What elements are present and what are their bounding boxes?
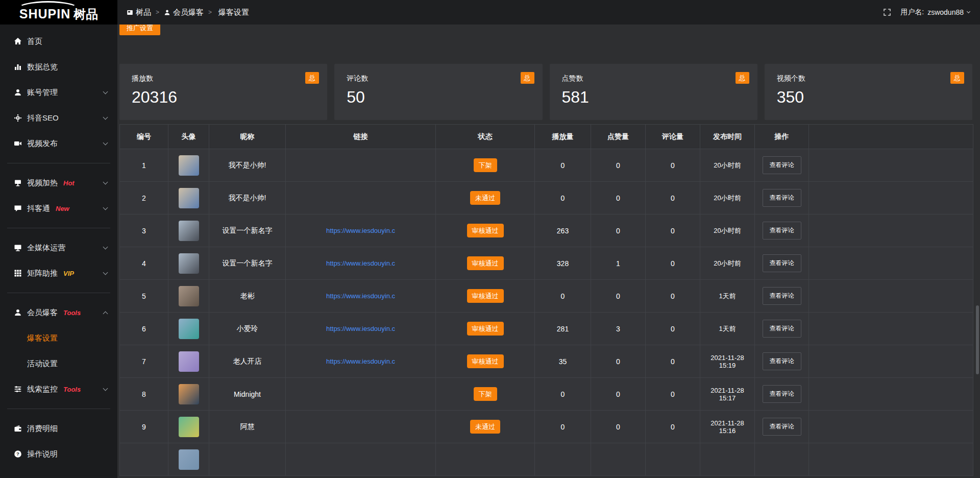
cell-action: 查看评论	[755, 345, 809, 378]
sidebar-item[interactable]: 会员爆客Tools	[0, 300, 117, 325]
sidebar-item[interactable]: 消费明细	[0, 416, 117, 441]
username-label: 用户名:	[900, 8, 924, 17]
view-comments-button[interactable]: 查看评论	[763, 287, 801, 305]
video-table: 编号头像昵称链接状态播放量点赞量评论量发布时间操作 1我不是小帅!下架00020…	[119, 124, 973, 476]
cell-number: 6	[120, 313, 168, 345]
sidebar-item[interactable]: 视频加热Hot	[0, 170, 117, 196]
user-menu[interactable]: 用户名: zswodun88	[900, 8, 970, 17]
cell-action: 查看评论	[755, 378, 809, 411]
stat-card-value: 581	[562, 88, 745, 107]
sidebar-item[interactable]: 账号管理	[0, 80, 117, 105]
video-link[interactable]: https://www.iesdouyin.c	[288, 227, 433, 234]
cell-likes: 0	[591, 378, 646, 411]
breadcrumb-item-home[interactable]: 树品	[127, 8, 151, 17]
cell-status	[436, 443, 535, 476]
cell-filler	[809, 411, 973, 443]
cell-comments: 0	[646, 411, 700, 443]
view-comments-button[interactable]: 查看评论	[763, 352, 801, 370]
sidebar-item[interactable]: 线索监控Tools	[0, 376, 117, 402]
breadcrumb-item-section[interactable]: 会员爆客	[164, 8, 204, 17]
sidebar-item-label: 数据总览	[27, 62, 58, 72]
sidebar-subitem[interactable]: 爆客设置	[0, 325, 117, 351]
cell-publish-time: 1天前	[700, 280, 755, 313]
sidebar-item[interactable]: 首页	[0, 29, 117, 54]
video-link[interactable]: https://www.iesdouyin.c	[288, 325, 433, 332]
sidebar-item[interactable]: 数据总览	[0, 54, 117, 80]
sidebar-item-badge: Hot	[63, 179, 75, 187]
cell-filler	[809, 149, 973, 182]
video-icon	[14, 139, 22, 148]
cell-action: 查看评论	[755, 182, 809, 214]
status-badge[interactable]: 审核通过	[467, 354, 504, 369]
sidebar-item[interactable]: 视频发布	[0, 131, 117, 156]
cell-status: 审核通过	[436, 345, 535, 378]
home-icon	[14, 37, 22, 45]
cell-comments: 0	[646, 247, 700, 280]
status-badge[interactable]: 未通过	[470, 191, 500, 205]
scrollbar-thumb[interactable]	[976, 305, 979, 374]
cell-avatar	[168, 345, 209, 378]
status-badge[interactable]: 审核通过	[467, 289, 504, 303]
stat-card: 评论数50总	[334, 64, 542, 120]
video-link[interactable]: https://www.iesdouyin.c	[288, 259, 433, 267]
cell-link	[286, 182, 436, 214]
cell-plays: 35	[535, 345, 591, 378]
stat-card-label: 播放数	[132, 74, 315, 83]
breadcrumb-label: 会员爆客	[173, 8, 204, 17]
view-comments-button[interactable]: 查看评论	[763, 385, 801, 403]
sidebar-item[interactable]: 全媒体运营	[0, 235, 117, 260]
sidebar-item[interactable]: ?操作说明	[0, 441, 117, 467]
person-icon	[164, 9, 170, 16]
fullscreen-icon[interactable]	[883, 8, 891, 16]
stat-card: 点赞数581总	[550, 64, 757, 120]
video-link[interactable]: https://www.iesdouyin.c	[288, 357, 433, 365]
cell-link: https://www.iesdouyin.c	[286, 313, 436, 345]
cell-link	[286, 411, 436, 443]
status-badge[interactable]: 审核通过	[467, 256, 504, 271]
column-header: 播放量	[535, 125, 591, 149]
breadcrumb-item-current: 爆客设置	[218, 8, 249, 17]
cell-comments: 0	[646, 378, 700, 411]
sidebar-item-label: 操作说明	[27, 449, 58, 459]
status-badge[interactable]: 下架	[474, 387, 497, 401]
cell-number: 4	[120, 247, 168, 280]
view-comments-button[interactable]: 查看评论	[763, 222, 801, 240]
cell-filler	[809, 214, 973, 247]
video-link[interactable]: https://www.iesdouyin.c	[288, 292, 433, 300]
app-logo: SHUPIN树品	[0, 0, 117, 25]
sidebar-subitem[interactable]: 活动设置	[0, 351, 117, 376]
sidebar-item[interactable]: 矩阵助推VIP	[0, 260, 117, 286]
breadcrumb-separator: >	[156, 9, 159, 16]
cell-filler	[809, 345, 973, 378]
view-comments-button[interactable]: 查看评论	[763, 189, 801, 207]
view-comments-button[interactable]: 查看评论	[763, 254, 801, 272]
view-comments-button[interactable]: 查看评论	[763, 418, 801, 436]
sidebar-item[interactable]: 抖客通New	[0, 196, 117, 221]
status-badge[interactable]: 未通过	[470, 420, 500, 434]
chevron-down-icon	[103, 270, 108, 275]
cell-filler	[809, 280, 973, 313]
cell-action	[755, 443, 809, 476]
cell-avatar	[168, 280, 209, 313]
status-badge[interactable]: 审核通过	[467, 322, 504, 336]
sidebar-item-badge: New	[56, 205, 69, 212]
avatar	[179, 188, 199, 208]
cell-publish-time: 20小时前	[700, 149, 755, 182]
cell-publish-time	[700, 443, 755, 476]
avatar	[179, 286, 199, 306]
table-row: 9阿慧未通过0002021-11-28 15:16查看评论	[120, 411, 973, 443]
cell-likes: 3	[591, 313, 646, 345]
gear-icon	[14, 114, 22, 122]
sidebar-item[interactable]: 抖音SEO	[0, 105, 117, 131]
cell-nickname: 我不是小帅!	[209, 149, 286, 182]
chevron-down-icon	[103, 180, 108, 185]
view-comments-button[interactable]: 查看评论	[763, 320, 801, 338]
status-badge[interactable]: 下架	[474, 158, 497, 173]
column-header: 发布时间	[700, 125, 755, 149]
chevron-up-icon	[103, 311, 108, 316]
column-header: 操作	[755, 125, 809, 149]
status-badge[interactable]: 审核通过	[467, 224, 504, 238]
view-comments-button[interactable]: 查看评论	[763, 156, 801, 174]
table-row: 5老彬https://www.iesdouyin.c审核通过0001天前查看评论	[120, 280, 973, 313]
sidebar-item-label: 视频加热	[27, 178, 58, 188]
